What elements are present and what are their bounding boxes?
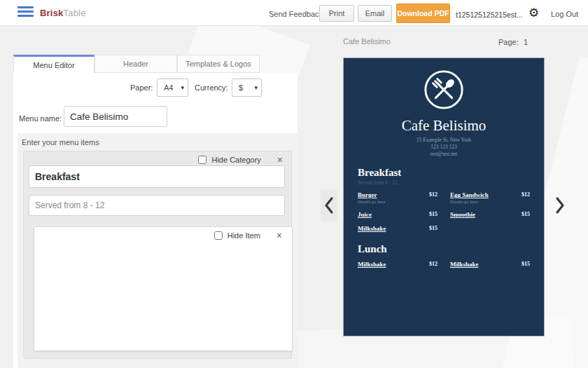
menu-contact-block: 15 Example St, New York 123 123 123 test… (344, 137, 544, 158)
menu-item-price: $15 (429, 225, 438, 231)
menu-item-price: $12 (429, 191, 438, 198)
menu-name-input[interactable] (64, 106, 167, 127)
menu-item: Milkshake $15 (358, 225, 438, 232)
page-label: Page: (498, 38, 519, 46)
app-logo: BriskTable (40, 8, 86, 18)
currency-select[interactable]: $ ▾ (232, 79, 262, 97)
fork-spoon-icon (422, 68, 465, 111)
menu-sections: Breakfast Served from 8 - 12 BurgerDetai… (344, 167, 544, 268)
menu-section-lunch: Lunch Milkshake $12 Milkshake $15 (358, 243, 530, 268)
menu-item-name: Milkshake (450, 261, 479, 268)
download-pdf-button[interactable]: Download PDF (396, 4, 450, 23)
chevron-left-icon (324, 196, 334, 214)
menu-item-price: $15 (522, 261, 530, 267)
menu-section-breakfast: Breakfast Served from 8 - 12 BurgerDetai… (358, 167, 530, 232)
hide-category-label: Hide Category (211, 156, 260, 164)
close-icon[interactable]: × (276, 231, 282, 240)
next-page-button[interactable] (552, 189, 568, 222)
caret-down-icon: ▾ (181, 79, 184, 96)
menu-item-name: Burger (358, 191, 385, 198)
menu-item: BurgerDetails go here $12 (358, 191, 438, 204)
menu-item: Egg SandwichDetails go here $12 (450, 191, 530, 204)
menu-preview-document: Cafe Belisimo 15 Example St, New York 12… (343, 57, 545, 336)
hide-item-label: Hide Item (227, 231, 260, 240)
tab-menu-editor[interactable]: Menu Editor (13, 55, 94, 73)
menu-item-price: $12 (429, 261, 438, 267)
menu-item-price: $15 (429, 211, 438, 217)
menu-item-name: Smoothie (450, 211, 475, 218)
paper-label: Paper: (130, 83, 153, 92)
restaurant-logo (344, 68, 544, 114)
paper-select-value: A4 (164, 83, 173, 92)
menu-name-label: Menu name: (19, 114, 62, 123)
currency-label: Currency: (195, 83, 228, 92)
menu-item: Milkshake $15 (450, 261, 530, 268)
tab-templates-logos[interactable]: Templates & Logos (177, 55, 260, 73)
tab-header[interactable]: Header (94, 55, 177, 73)
category-name-input[interactable] (29, 165, 285, 188)
hide-category-checkbox[interactable] (198, 156, 206, 164)
gear-icon[interactable]: ⚙ (528, 6, 539, 20)
email-button[interactable]: Email (358, 5, 392, 22)
menu-item: Juice $15 (358, 211, 438, 218)
paper-select[interactable]: A4 ▾ (157, 79, 188, 97)
top-bar: BriskTable Send Feedback Print Email Dow… (0, 0, 588, 26)
category-description-input[interactable] (29, 195, 285, 216)
section-items-grid: BurgerDetails go here $12 Egg SandwichDe… (358, 191, 530, 232)
menu-item-price: $15 (522, 211, 530, 217)
logo-bold: Brisk (40, 8, 64, 18)
menu-address: 15 Example St, New York (344, 137, 544, 144)
hamburger-menu-icon[interactable] (18, 6, 34, 19)
section-name: Breakfast (358, 167, 530, 179)
previous-page-button[interactable] (321, 189, 337, 222)
category-card-header: Hide Category × (198, 156, 291, 164)
logo-light: Table (64, 8, 86, 18)
items-heading: Enter your menu items (22, 138, 99, 146)
close-icon[interactable]: × (277, 156, 283, 164)
hide-item-checkbox[interactable] (214, 231, 223, 240)
menu-phone: 123 123 123 (344, 144, 544, 151)
caret-down-icon: ▾ (254, 79, 258, 96)
chevron-right-icon (555, 196, 565, 214)
menu-item-name: Juice (358, 211, 372, 218)
item-card: Hide Item × (34, 226, 293, 351)
menu-item-details: Details go here (450, 199, 489, 204)
send-feedback-link[interactable]: Send Feedback (269, 10, 323, 18)
menu-item-name: Egg Sandwich (450, 191, 489, 198)
print-button[interactable]: Print (319, 5, 354, 22)
logout-link[interactable]: Log Out (551, 10, 578, 18)
page-value[interactable]: 1 (524, 38, 528, 46)
menu-item-name: Milkshake (358, 261, 386, 268)
preview-doc-label: Cafe Belisimo (343, 37, 391, 46)
currency-select-value: $ (239, 83, 243, 92)
menu-item-details: Details go here (358, 199, 385, 204)
menu-item: Smoothie $15 (450, 211, 530, 218)
item-card-header: Hide Item × (214, 231, 292, 240)
menu-item-price: $12 (522, 191, 530, 198)
menu-title: Cafe Belisimo (344, 117, 544, 135)
section-items-grid: Milkshake $12 Milkshake $15 (358, 261, 530, 268)
username-menu[interactable]: t125125125215est... (456, 11, 523, 19)
menu-email: test@test.net (344, 151, 544, 158)
menu-item: Milkshake $12 (358, 261, 438, 268)
menu-item-name: Milkshake (358, 225, 386, 232)
section-subtitle: Served from 8 - 12 (358, 179, 530, 186)
section-name: Lunch (358, 243, 530, 255)
